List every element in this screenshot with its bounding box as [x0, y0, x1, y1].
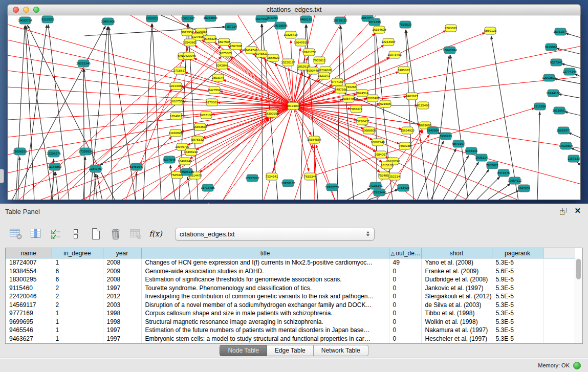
network-node[interactable]: 8427552: [208, 86, 221, 94]
table-row[interactable]: 1938455462009Genome-wide association stu…: [6, 267, 575, 276]
network-node[interactable]: 15692971: [556, 127, 571, 134]
table-cell[interactable]: 18300295: [6, 275, 52, 284]
table-cell[interactable]: Hescheler et al. (1997): [421, 335, 492, 343]
table-cell[interactable]: Genome-wide association studies in ADHD.: [141, 267, 389, 276]
network-node[interactable]: 9860123: [484, 27, 497, 34]
network-node[interactable]: 19384554: [307, 136, 321, 143]
network-node[interactable]: 16543862: [183, 39, 197, 46]
network-node[interactable]: 9474444: [465, 147, 478, 155]
network-node[interactable]: 1527602: [255, 15, 268, 23]
delete-column-button[interactable]: [108, 226, 123, 242]
network-node[interactable]: 17359924: [78, 148, 93, 155]
table-cell[interactable]: 1998: [103, 318, 141, 326]
table-cell[interactable]: de Silva et al. (2003): [421, 301, 492, 310]
table-cell[interactable]: 2009: [103, 267, 141, 276]
network-node[interactable]: 746266: [345, 83, 357, 91]
table-cell[interactable]: 2008: [103, 275, 141, 284]
table-cell[interactable]: Disruption of a novel member of a sodium…: [141, 301, 389, 310]
table-cell[interactable]: Estimation of significance thresholds fo…: [141, 275, 389, 284]
network-node[interactable]: 9115460: [417, 102, 429, 109]
network-node[interactable]: 15220197: [281, 59, 295, 66]
network-node[interactable]: 5878332: [191, 136, 204, 143]
table-cell[interactable]: 5.3E-5: [492, 284, 543, 293]
table-cell[interactable]: 6: [52, 267, 103, 276]
network-node[interactable]: 8471676: [497, 169, 510, 177]
network-node[interactable]: 1640954: [427, 127, 440, 134]
table-scrollbar[interactable]: [575, 258, 582, 343]
network-node[interactable]: 12774148: [562, 68, 577, 75]
column-header-in_degree[interactable]: in_degree: [52, 248, 103, 258]
network-node[interactable]: 14055724: [18, 17, 32, 24]
edit-columns-button[interactable]: [48, 226, 63, 242]
network-node[interactable]: 7986372: [350, 105, 363, 113]
table-cell[interactable]: Franke et al. (2009): [421, 267, 492, 276]
network-node[interactable]: 16961758: [302, 49, 316, 56]
table-cell[interactable]: 0: [389, 292, 421, 301]
network-node[interactable]: 2867608: [230, 42, 243, 50]
table-cell[interactable]: 2: [52, 292, 103, 301]
table-cell[interactable]: 2: [52, 284, 103, 293]
table-row[interactable]: 946554611997Estimation of the future num…: [6, 326, 575, 335]
table-cell[interactable]: Changes of HCN gene expression and I(f) …: [141, 258, 389, 267]
network-node[interactable]: 16409948: [178, 158, 192, 165]
network-node[interactable]: 1733426: [397, 184, 410, 191]
network-node[interactable]: 10958167: [281, 180, 295, 187]
network-node[interactable]: 9318953: [41, 16, 54, 23]
network-node[interactable]: 22420046: [182, 52, 196, 59]
network-node[interactable]: 20206576: [47, 150, 61, 157]
tab-edge-table[interactable]: Edge Table: [267, 345, 314, 356]
table-cell[interactable]: 9115460: [6, 284, 52, 293]
table-cell[interactable]: 9699695: [6, 318, 52, 326]
network-node[interactable]: 7955812: [313, 57, 326, 64]
network-node[interactable]: 2803144: [212, 74, 225, 81]
column-header-name[interactable]: name: [6, 248, 52, 258]
network-node[interactable]: 9875685: [220, 50, 232, 57]
column-header-short[interactable]: short: [421, 248, 492, 258]
table-scrollbar-thumb[interactable]: [576, 259, 581, 279]
network-node[interactable]: 7632621: [486, 162, 499, 169]
memory-status-icon[interactable]: [573, 362, 581, 369]
table-cell[interactable]: Embryonic stem cells: a model to study s…: [141, 335, 389, 343]
network-node[interactable]: 12342757: [89, 165, 103, 172]
table-cell[interactable]: Wolkin et al. (1998): [421, 318, 492, 326]
network-node[interactable]: 14498222: [184, 148, 198, 156]
table-cell[interactable]: 22420046: [6, 292, 52, 301]
network-node[interactable]: 8186328: [204, 35, 217, 42]
table-cell[interactable]: 0: [389, 309, 421, 318]
network-node[interactable]: 14136141: [368, 182, 383, 189]
table-cell[interactable]: 0: [389, 318, 421, 326]
network-node[interactable]: 1654913: [170, 113, 183, 120]
network-node[interactable]: 8990448: [307, 67, 319, 74]
network-node[interactable]: 16210613: [552, 107, 567, 114]
tab-node-table[interactable]: Node Table: [220, 345, 267, 356]
table-cell[interactable]: Tibbo et al. (1998): [421, 309, 492, 318]
table-cell[interactable]: 1998: [103, 309, 141, 318]
column-header-out_de[interactable]: △out_de…: [389, 248, 421, 258]
table-cell[interactable]: 0: [389, 335, 421, 343]
network-node[interactable]: 15654923: [400, 127, 415, 134]
table-cell[interactable]: 5.3E-5: [492, 326, 543, 335]
network-node[interactable]: 10973493: [387, 51, 402, 58]
network-node[interactable]: 16782759: [325, 184, 339, 191]
network-node[interactable]: 1588520: [267, 54, 280, 61]
table-select[interactable]: citations_edges.txt: [175, 228, 375, 240]
close-panel-icon[interactable]: ✕: [574, 206, 581, 215]
table-cell[interactable]: 18724007: [6, 258, 52, 267]
float-panel-icon[interactable]: [559, 207, 568, 215]
network-node[interactable]: 16353594: [193, 123, 207, 130]
network-node[interactable]: 17016504: [559, 142, 573, 149]
network-node[interactable]: 9827508: [218, 38, 231, 46]
table-row[interactable]: 911546021997Tourette syndrome. Phenomeno…: [6, 284, 575, 293]
network-node[interactable]: 7635344: [304, 173, 317, 180]
network-node[interactable]: 10654112: [508, 177, 522, 184]
window-titlebar[interactable]: citations_edges.txt: [7, 4, 581, 15]
table-row[interactable]: 946362711997Embryonic stem cells: a mode…: [6, 335, 575, 343]
table-row[interactable]: 1830029562008Estimation of significance …: [6, 275, 575, 284]
network-node[interactable]: 18300295: [265, 110, 279, 117]
network-node[interactable]: 6497568: [335, 86, 347, 93]
network-node[interactable]: 9466163: [300, 16, 313, 23]
table-cell[interactable]: 49: [389, 258, 421, 267]
table-cell[interactable]: 6: [52, 275, 103, 284]
network-view[interactable]: 1872400718300295991295482260589127505165…: [7, 15, 581, 200]
column-header-year[interactable]: year: [103, 248, 141, 258]
